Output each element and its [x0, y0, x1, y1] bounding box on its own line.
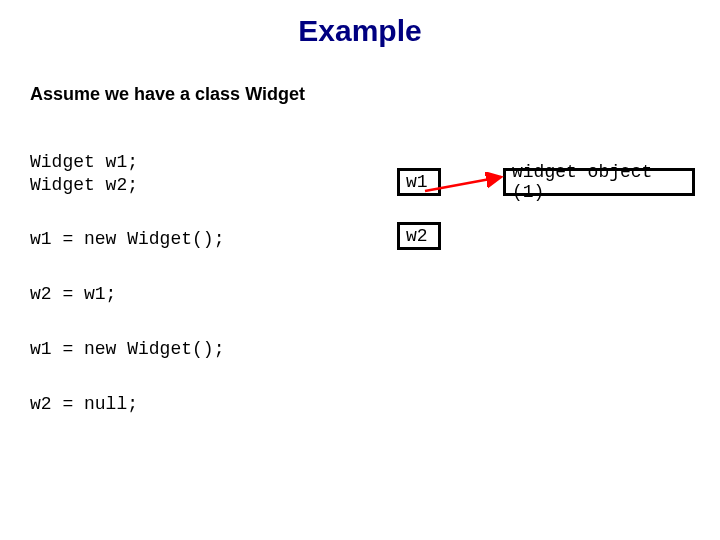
- code-decl-w1: Widget w1;: [30, 151, 138, 174]
- ref-box-w2: w2: [397, 222, 441, 250]
- code-stmt-3: w1 = new Widget();: [30, 338, 224, 361]
- object-box: widget object (1): [503, 168, 695, 196]
- slide-title: Example: [0, 14, 720, 48]
- code-stmt-1: w1 = new Widget();: [30, 228, 224, 251]
- slide: Example Assume we have a class Widget Wi…: [0, 0, 720, 540]
- pointer-arrow-icon: [0, 0, 720, 540]
- code-stmt-4: w2 = null;: [30, 393, 138, 416]
- code-decl-w2: Widget w2;: [30, 174, 138, 197]
- assume-text: Assume we have a class Widget: [30, 84, 305, 105]
- ref-box-w1: w1: [397, 168, 441, 196]
- code-stmt-2: w2 = w1;: [30, 283, 116, 306]
